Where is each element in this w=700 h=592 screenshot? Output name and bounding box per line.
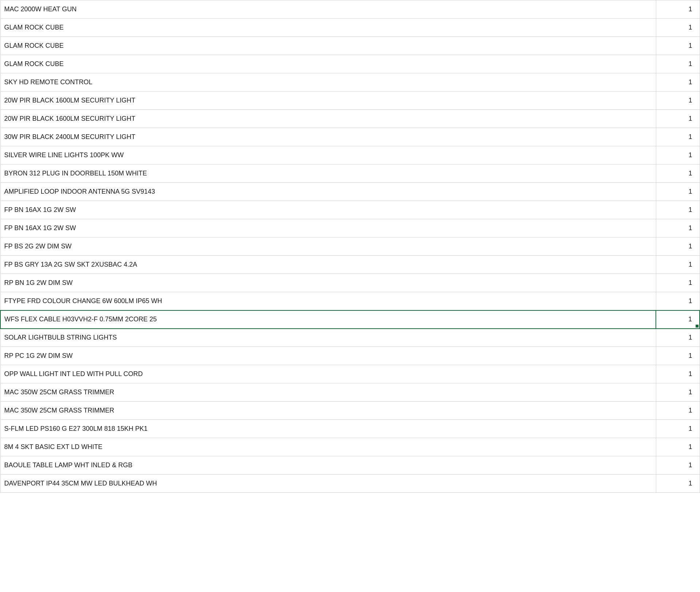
table-row[interactable]: RP PC 1G 2W DIM SW1 bbox=[0, 347, 700, 365]
item-name-cell: RP BN 1G 2W DIM SW bbox=[0, 274, 656, 292]
item-name-cell: S-FLM LED PS160 G E27 300LM 818 15KH PK1 bbox=[0, 420, 656, 438]
table-row[interactable]: FTYPE FRD COLOUR CHANGE 6W 600LM IP65 WH… bbox=[0, 292, 700, 310]
item-name-cell: FP BN 16AX 1G 2W SW bbox=[0, 201, 656, 219]
table-row[interactable]: AMPLIFIED LOOP INDOOR ANTENNA 5G SV91431 bbox=[0, 183, 700, 201]
item-name-cell: SILVER WIRE LINE LIGHTS 100PK WW bbox=[0, 146, 656, 165]
item-qty-cell: 1 bbox=[656, 146, 700, 165]
item-qty-cell: 1 bbox=[656, 365, 700, 383]
table-row[interactable]: 20W PIR BLACK 1600LM SECURITY LIGHT1 bbox=[0, 92, 700, 110]
item-qty-cell: 1 bbox=[656, 237, 700, 256]
item-qty-cell: 1 bbox=[656, 73, 700, 92]
table-row[interactable]: MAC 350W 25CM GRASS TRIMMER1 bbox=[0, 402, 700, 420]
item-name-cell: 20W PIR BLACK 1600LM SECURITY LIGHT bbox=[0, 92, 656, 110]
table-row[interactable]: GLAM ROCK CUBE1 bbox=[0, 37, 700, 55]
item-name-cell: BAOULE TABLE LAMP WHT INLED & RGB bbox=[0, 456, 656, 475]
item-name-cell: MAC 350W 25CM GRASS TRIMMER bbox=[0, 402, 656, 420]
table-row[interactable]: 30W PIR BLACK 2400LM SECURITY LIGHT1 bbox=[0, 128, 700, 146]
item-name-cell: FP BN 16AX 1G 2W SW bbox=[0, 219, 656, 237]
item-name-cell: SKY HD REMOTE CONTROL bbox=[0, 73, 656, 92]
item-qty-cell: 1 bbox=[656, 438, 700, 456]
item-name-cell: GLAM ROCK CUBE bbox=[0, 19, 656, 37]
item-qty-cell: 1 bbox=[656, 165, 700, 183]
item-name-cell: FP BS 2G 2W DIM SW bbox=[0, 237, 656, 256]
item-qty-cell: 1 bbox=[656, 456, 700, 475]
table-row[interactable]: MAC 350W 25CM GRASS TRIMMER1 bbox=[0, 383, 700, 402]
item-name-cell: 30W PIR BLACK 2400LM SECURITY LIGHT bbox=[0, 128, 656, 146]
item-qty-cell: 1 bbox=[656, 256, 700, 274]
table-row[interactable]: FP BS GRY 13A 2G SW SKT 2XUSBAC 4.2A1 bbox=[0, 256, 700, 274]
table-row[interactable]: DAVENPORT IP44 35CM MW LED BULKHEAD WH1 bbox=[0, 475, 700, 493]
item-qty-cell: 1 bbox=[656, 274, 700, 292]
item-name-cell: DAVENPORT IP44 35CM MW LED BULKHEAD WH bbox=[0, 475, 656, 493]
item-qty-cell: 1 bbox=[656, 183, 700, 201]
table-row[interactable]: SILVER WIRE LINE LIGHTS 100PK WW1 bbox=[0, 146, 700, 165]
item-name-cell: 20W PIR BLACK 1600LM SECURITY LIGHT bbox=[0, 110, 656, 128]
table-row[interactable]: SOLAR LIGHTBULB STRING LIGHTS1 bbox=[0, 329, 700, 347]
item-name-cell: SOLAR LIGHTBULB STRING LIGHTS bbox=[0, 329, 656, 347]
item-qty-cell: 1 bbox=[656, 55, 700, 73]
item-name-cell: RP PC 1G 2W DIM SW bbox=[0, 347, 656, 365]
spreadsheet-container: MAC 2000W HEAT GUN1GLAM ROCK CUBE1GLAM R… bbox=[0, 0, 700, 592]
item-name-cell: GLAM ROCK CUBE bbox=[0, 37, 656, 55]
table-row[interactable]: FP BN 16AX 1G 2W SW1 bbox=[0, 219, 700, 237]
item-qty-cell: 1 bbox=[656, 0, 700, 19]
item-qty-cell: 1 bbox=[656, 128, 700, 146]
item-qty-cell: 1 bbox=[656, 92, 700, 110]
table-row[interactable]: GLAM ROCK CUBE1 bbox=[0, 19, 700, 37]
item-qty-cell: 1 bbox=[656, 310, 700, 329]
item-qty-cell: 1 bbox=[656, 475, 700, 493]
data-table: MAC 2000W HEAT GUN1GLAM ROCK CUBE1GLAM R… bbox=[0, 0, 700, 493]
item-name-cell: GLAM ROCK CUBE bbox=[0, 55, 656, 73]
item-qty-cell: 1 bbox=[656, 37, 700, 55]
table-row[interactable]: FP BN 16AX 1G 2W SW1 bbox=[0, 201, 700, 219]
table-row[interactable]: BYRON 312 PLUG IN DOORBELL 150M WHITE1 bbox=[0, 165, 700, 183]
table-row[interactable]: RP BN 1G 2W DIM SW1 bbox=[0, 274, 700, 292]
table-row[interactable]: GLAM ROCK CUBE1 bbox=[0, 55, 700, 73]
table-row[interactable]: 8M 4 SKT BASIC EXT LD WHITE1 bbox=[0, 438, 700, 456]
item-qty-cell: 1 bbox=[656, 110, 700, 128]
table-row[interactable]: MAC 2000W HEAT GUN1 bbox=[0, 0, 700, 19]
item-qty-cell: 1 bbox=[656, 420, 700, 438]
item-name-cell: 8M 4 SKT BASIC EXT LD WHITE bbox=[0, 438, 656, 456]
item-name-cell: MAC 350W 25CM GRASS TRIMMER bbox=[0, 383, 656, 402]
item-name-cell: AMPLIFIED LOOP INDOOR ANTENNA 5G SV9143 bbox=[0, 183, 656, 201]
item-qty-cell: 1 bbox=[656, 329, 700, 347]
item-qty-cell: 1 bbox=[656, 19, 700, 37]
table-row[interactable]: BAOULE TABLE LAMP WHT INLED & RGB1 bbox=[0, 456, 700, 475]
table-row[interactable]: WFS FLEX CABLE H03VVH2-F 0.75MM 2CORE 25… bbox=[0, 310, 700, 329]
item-name-cell: WFS FLEX CABLE H03VVH2-F 0.75MM 2CORE 25 bbox=[0, 310, 656, 329]
item-qty-cell: 1 bbox=[656, 383, 700, 402]
item-name-cell: BYRON 312 PLUG IN DOORBELL 150M WHITE bbox=[0, 165, 656, 183]
item-name-cell: MAC 2000W HEAT GUN bbox=[0, 0, 656, 19]
item-qty-cell: 1 bbox=[656, 201, 700, 219]
item-name-cell: FTYPE FRD COLOUR CHANGE 6W 600LM IP65 WH bbox=[0, 292, 656, 310]
item-qty-cell: 1 bbox=[656, 347, 700, 365]
table-row[interactable]: S-FLM LED PS160 G E27 300LM 818 15KH PK1… bbox=[0, 420, 700, 438]
table-row[interactable]: 20W PIR BLACK 1600LM SECURITY LIGHT1 bbox=[0, 110, 700, 128]
table-row[interactable]: FP BS 2G 2W DIM SW1 bbox=[0, 237, 700, 256]
item-qty-cell: 1 bbox=[656, 292, 700, 310]
item-qty-cell: 1 bbox=[656, 219, 700, 237]
table-row[interactable]: OPP WALL LIGHT INT LED WITH PULL CORD1 bbox=[0, 365, 700, 383]
item-qty-cell: 1 bbox=[656, 402, 700, 420]
table-row[interactable]: SKY HD REMOTE CONTROL1 bbox=[0, 73, 700, 92]
item-name-cell: OPP WALL LIGHT INT LED WITH PULL CORD bbox=[0, 365, 656, 383]
item-name-cell: FP BS GRY 13A 2G SW SKT 2XUSBAC 4.2A bbox=[0, 256, 656, 274]
